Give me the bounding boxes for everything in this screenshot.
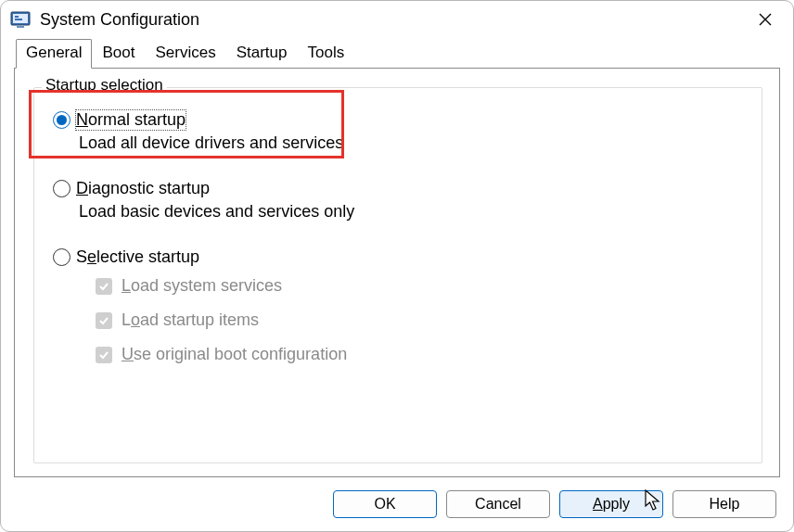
window-title: System Configuration — [40, 10, 199, 30]
sub-use-original-boot: Use original boot configuration — [96, 345, 749, 364]
checkbox-use-original-boot — [96, 347, 112, 363]
msconfig-window: System Configuration General Boot Servic… — [0, 0, 794, 532]
label-use-original-boot: Use original boot configuration — [122, 345, 347, 364]
label-normal-startup[interactable]: Normal startup — [76, 110, 186, 130]
option-selective-startup: Selective startup Load system services — [53, 247, 749, 364]
radio-diagnostic-startup[interactable] — [53, 180, 70, 197]
option-diagnostic-startup: Diagnostic startup Load basic devices an… — [53, 179, 749, 222]
label-selective-startup[interactable]: Selective startup — [76, 247, 199, 267]
titlebar: System Configuration — [1, 1, 793, 38]
tab-startup[interactable]: Startup — [226, 39, 298, 69]
svg-rect-4 — [17, 26, 24, 28]
desc-diagnostic-startup: Load basic devices and services only — [79, 202, 749, 222]
cancel-button[interactable]: Cancel — [446, 490, 550, 518]
tab-boot[interactable]: Boot — [92, 39, 145, 69]
close-button[interactable] — [745, 5, 786, 34]
app-icon — [10, 9, 31, 30]
tab-general[interactable]: General — [16, 39, 92, 69]
ok-button[interactable]: OK — [333, 490, 437, 518]
tab-services[interactable]: Services — [145, 39, 225, 69]
label-load-startup-items: Load startup items — [122, 310, 259, 330]
sub-load-startup-items: Load startup items — [96, 310, 749, 330]
radio-selective-startup[interactable] — [53, 248, 70, 266]
tabpanel-general: Startup selection Normal startup Load al… — [14, 68, 780, 477]
radio-normal-startup[interactable] — [53, 111, 70, 129]
tab-tools[interactable]: Tools — [297, 39, 354, 69]
sub-load-system-services: Load system services — [96, 276, 749, 296]
group-legend: Startup selection — [42, 76, 167, 95]
desc-normal-startup: Load all device drivers and services — [79, 133, 749, 153]
checkbox-load-startup-items — [96, 312, 112, 329]
apply-button[interactable]: Apply — [559, 490, 663, 518]
dialog-button-row: OK Cancel Apply Help — [14, 477, 780, 518]
svg-rect-3 — [15, 19, 22, 20]
label-diagnostic-startup[interactable]: Diagnostic startup — [76, 179, 210, 198]
label-load-system-services: Load system services — [122, 276, 282, 296]
option-normal-startup: Normal startup Load all device drivers a… — [53, 110, 749, 153]
startup-selection-group: Startup selection Normal startup Load al… — [33, 87, 762, 463]
selective-subopts: Load system services Load startup items — [96, 276, 749, 364]
help-button[interactable]: Help — [672, 490, 776, 518]
tab-strip: General Boot Services Startup Tools — [16, 38, 780, 68]
checkbox-load-system-services — [96, 278, 112, 295]
svg-rect-2 — [15, 16, 19, 18]
client-area: General Boot Services Startup Tools Star… — [1, 38, 793, 531]
